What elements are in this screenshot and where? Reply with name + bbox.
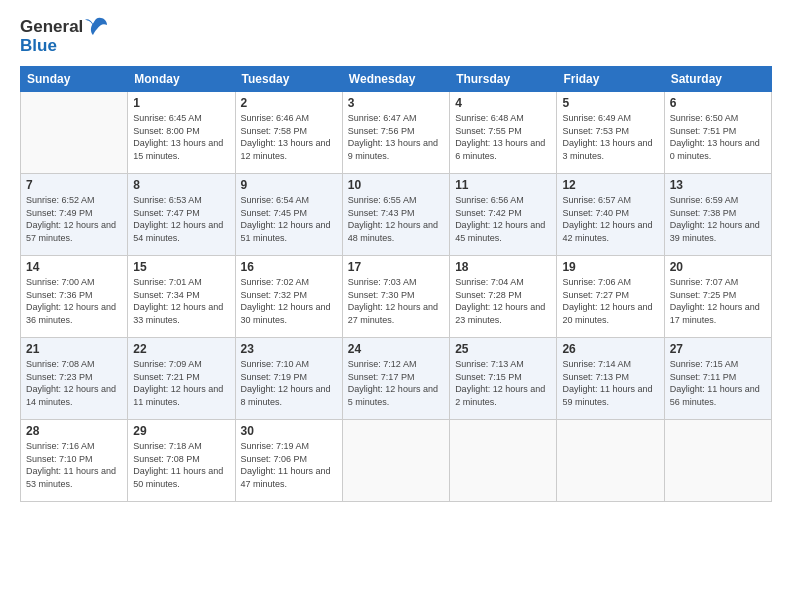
day-info: Sunrise: 6:47 AMSunset: 7:56 PMDaylight:… <box>348 112 444 162</box>
day-info: Sunrise: 7:16 AMSunset: 7:10 PMDaylight:… <box>26 440 122 490</box>
day-info: Sunrise: 6:50 AMSunset: 7:51 PMDaylight:… <box>670 112 766 162</box>
calendar-header-row: SundayMondayTuesdayWednesdayThursdayFrid… <box>21 67 772 92</box>
day-info: Sunrise: 6:55 AMSunset: 7:43 PMDaylight:… <box>348 194 444 244</box>
day-number: 16 <box>241 260 337 274</box>
day-number: 22 <box>133 342 229 356</box>
day-info: Sunrise: 7:01 AMSunset: 7:34 PMDaylight:… <box>133 276 229 326</box>
calendar-cell <box>664 420 771 502</box>
calendar-cell: 4Sunrise: 6:48 AMSunset: 7:55 PMDaylight… <box>450 92 557 174</box>
day-info: Sunrise: 7:19 AMSunset: 7:06 PMDaylight:… <box>241 440 337 490</box>
calendar-cell: 20Sunrise: 7:07 AMSunset: 7:25 PMDayligh… <box>664 256 771 338</box>
weekday-header-wednesday: Wednesday <box>342 67 449 92</box>
day-info: Sunrise: 6:57 AMSunset: 7:40 PMDaylight:… <box>562 194 658 244</box>
calendar-table: SundayMondayTuesdayWednesdayThursdayFrid… <box>20 66 772 502</box>
day-number: 9 <box>241 178 337 192</box>
calendar-cell <box>557 420 664 502</box>
day-number: 6 <box>670 96 766 110</box>
day-number: 30 <box>241 424 337 438</box>
day-info: Sunrise: 7:06 AMSunset: 7:27 PMDaylight:… <box>562 276 658 326</box>
day-number: 8 <box>133 178 229 192</box>
weekday-header-saturday: Saturday <box>664 67 771 92</box>
calendar-week-row: 7Sunrise: 6:52 AMSunset: 7:49 PMDaylight… <box>21 174 772 256</box>
logo-general: General <box>20 17 83 37</box>
calendar-cell <box>342 420 449 502</box>
day-number: 18 <box>455 260 551 274</box>
calendar-cell: 23Sunrise: 7:10 AMSunset: 7:19 PMDayligh… <box>235 338 342 420</box>
calendar-cell: 5Sunrise: 6:49 AMSunset: 7:53 PMDaylight… <box>557 92 664 174</box>
day-number: 28 <box>26 424 122 438</box>
calendar-cell: 30Sunrise: 7:19 AMSunset: 7:06 PMDayligh… <box>235 420 342 502</box>
day-number: 19 <box>562 260 658 274</box>
day-info: Sunrise: 6:52 AMSunset: 7:49 PMDaylight:… <box>26 194 122 244</box>
day-info: Sunrise: 7:14 AMSunset: 7:13 PMDaylight:… <box>562 358 658 408</box>
weekday-header-friday: Friday <box>557 67 664 92</box>
calendar-cell: 6Sunrise: 6:50 AMSunset: 7:51 PMDaylight… <box>664 92 771 174</box>
calendar-week-row: 1Sunrise: 6:45 AMSunset: 8:00 PMDaylight… <box>21 92 772 174</box>
day-info: Sunrise: 6:49 AMSunset: 7:53 PMDaylight:… <box>562 112 658 162</box>
day-info: Sunrise: 7:07 AMSunset: 7:25 PMDaylight:… <box>670 276 766 326</box>
day-number: 11 <box>455 178 551 192</box>
day-number: 29 <box>133 424 229 438</box>
calendar-cell: 10Sunrise: 6:55 AMSunset: 7:43 PMDayligh… <box>342 174 449 256</box>
day-number: 24 <box>348 342 444 356</box>
day-number: 4 <box>455 96 551 110</box>
calendar-cell: 11Sunrise: 6:56 AMSunset: 7:42 PMDayligh… <box>450 174 557 256</box>
day-number: 20 <box>670 260 766 274</box>
weekday-header-thursday: Thursday <box>450 67 557 92</box>
calendar-week-row: 28Sunrise: 7:16 AMSunset: 7:10 PMDayligh… <box>21 420 772 502</box>
weekday-header-monday: Monday <box>128 67 235 92</box>
day-info: Sunrise: 6:45 AMSunset: 8:00 PMDaylight:… <box>133 112 229 162</box>
calendar-cell <box>21 92 128 174</box>
weekday-header-tuesday: Tuesday <box>235 67 342 92</box>
calendar-cell: 24Sunrise: 7:12 AMSunset: 7:17 PMDayligh… <box>342 338 449 420</box>
calendar-cell: 12Sunrise: 6:57 AMSunset: 7:40 PMDayligh… <box>557 174 664 256</box>
calendar-cell: 27Sunrise: 7:15 AMSunset: 7:11 PMDayligh… <box>664 338 771 420</box>
weekday-header-sunday: Sunday <box>21 67 128 92</box>
calendar-cell: 2Sunrise: 6:46 AMSunset: 7:58 PMDaylight… <box>235 92 342 174</box>
day-info: Sunrise: 7:13 AMSunset: 7:15 PMDaylight:… <box>455 358 551 408</box>
day-number: 17 <box>348 260 444 274</box>
calendar-week-row: 21Sunrise: 7:08 AMSunset: 7:23 PMDayligh… <box>21 338 772 420</box>
day-info: Sunrise: 7:03 AMSunset: 7:30 PMDaylight:… <box>348 276 444 326</box>
calendar-week-row: 14Sunrise: 7:00 AMSunset: 7:36 PMDayligh… <box>21 256 772 338</box>
day-info: Sunrise: 7:02 AMSunset: 7:32 PMDaylight:… <box>241 276 337 326</box>
calendar-cell: 29Sunrise: 7:18 AMSunset: 7:08 PMDayligh… <box>128 420 235 502</box>
day-number: 10 <box>348 178 444 192</box>
calendar-cell: 7Sunrise: 6:52 AMSunset: 7:49 PMDaylight… <box>21 174 128 256</box>
day-number: 14 <box>26 260 122 274</box>
day-number: 23 <box>241 342 337 356</box>
day-number: 21 <box>26 342 122 356</box>
calendar-cell: 13Sunrise: 6:59 AMSunset: 7:38 PMDayligh… <box>664 174 771 256</box>
calendar-cell: 15Sunrise: 7:01 AMSunset: 7:34 PMDayligh… <box>128 256 235 338</box>
day-number: 25 <box>455 342 551 356</box>
page: General Blue SundayMondayTuesdayWednesda… <box>0 0 792 612</box>
logo-blue: Blue <box>20 36 57 56</box>
calendar-cell: 16Sunrise: 7:02 AMSunset: 7:32 PMDayligh… <box>235 256 342 338</box>
logo-bird-icon <box>85 16 107 38</box>
calendar-cell: 19Sunrise: 7:06 AMSunset: 7:27 PMDayligh… <box>557 256 664 338</box>
day-info: Sunrise: 7:12 AMSunset: 7:17 PMDaylight:… <box>348 358 444 408</box>
header: General Blue <box>20 16 772 56</box>
day-number: 13 <box>670 178 766 192</box>
calendar-cell: 17Sunrise: 7:03 AMSunset: 7:30 PMDayligh… <box>342 256 449 338</box>
day-info: Sunrise: 7:15 AMSunset: 7:11 PMDaylight:… <box>670 358 766 408</box>
calendar-cell: 25Sunrise: 7:13 AMSunset: 7:15 PMDayligh… <box>450 338 557 420</box>
day-number: 27 <box>670 342 766 356</box>
day-info: Sunrise: 6:54 AMSunset: 7:45 PMDaylight:… <box>241 194 337 244</box>
calendar-cell: 9Sunrise: 6:54 AMSunset: 7:45 PMDaylight… <box>235 174 342 256</box>
day-info: Sunrise: 7:10 AMSunset: 7:19 PMDaylight:… <box>241 358 337 408</box>
calendar-cell: 18Sunrise: 7:04 AMSunset: 7:28 PMDayligh… <box>450 256 557 338</box>
day-number: 1 <box>133 96 229 110</box>
day-info: Sunrise: 6:46 AMSunset: 7:58 PMDaylight:… <box>241 112 337 162</box>
day-number: 26 <box>562 342 658 356</box>
day-info: Sunrise: 7:18 AMSunset: 7:08 PMDaylight:… <box>133 440 229 490</box>
day-info: Sunrise: 6:59 AMSunset: 7:38 PMDaylight:… <box>670 194 766 244</box>
day-info: Sunrise: 7:00 AMSunset: 7:36 PMDaylight:… <box>26 276 122 326</box>
day-info: Sunrise: 7:08 AMSunset: 7:23 PMDaylight:… <box>26 358 122 408</box>
day-number: 7 <box>26 178 122 192</box>
calendar-cell: 22Sunrise: 7:09 AMSunset: 7:21 PMDayligh… <box>128 338 235 420</box>
day-number: 12 <box>562 178 658 192</box>
logo: General Blue <box>20 16 107 56</box>
calendar-cell: 28Sunrise: 7:16 AMSunset: 7:10 PMDayligh… <box>21 420 128 502</box>
day-number: 5 <box>562 96 658 110</box>
